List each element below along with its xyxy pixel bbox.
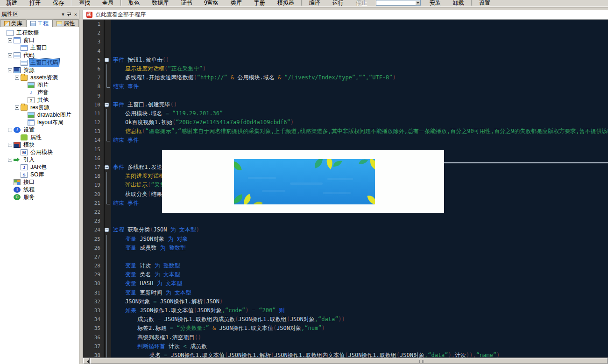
code-line[interactable]: 33如果 JSON操作1.取文本值(JSON对象,“code”) = “200”… bbox=[83, 306, 608, 315]
tree-item-SO库[interactable]: SSO库 bbox=[0, 171, 79, 178]
code-line[interactable]: 36高级列表框1.清空项目() bbox=[83, 333, 608, 342]
fold-collapse-icon[interactable] bbox=[104, 100, 111, 109]
code-line[interactable]: 38类名 = JSON操作1.取文本值(JSON操作1.解析(JSON操作1.取… bbox=[83, 351, 608, 357]
menu-item[interactable]: 安装 bbox=[424, 0, 447, 6]
tree-item-layout布局[interactable]: layout布局 bbox=[0, 119, 79, 126]
fold-collapse-icon[interactable] bbox=[104, 163, 111, 172]
code-line[interactable]: 9 bbox=[83, 91, 608, 100]
collapse-icon[interactable] bbox=[8, 68, 12, 72]
tree-item-属性[interactable]: 属性 bbox=[0, 133, 79, 141]
panel-pin-icon[interactable] bbox=[66, 12, 71, 16]
editor-header[interactable]: 函 点此查看全部子程序 bbox=[83, 10, 608, 20]
tree-item-代码[interactable]: 代码 bbox=[0, 51, 79, 59]
menu-item[interactable]: 保存 bbox=[47, 0, 70, 6]
code-line[interactable]: 4 bbox=[83, 47, 608, 56]
code-line[interactable]: 24过程 获取分类(JSON 为 文本型) bbox=[83, 225, 608, 234]
code-line[interactable]: 35标签2.标题 = “分类数量:” & JSON操作1.取文本值(JSON对象… bbox=[83, 324, 608, 333]
tree-item-工程数据[interactable]: 工程数据 bbox=[0, 29, 79, 36]
menu-item[interactable]: 取色 bbox=[122, 0, 146, 6]
menu-item[interactable]: 运行 bbox=[326, 0, 350, 6]
tree-item-设置[interactable]: i设置 bbox=[0, 126, 79, 133]
code-line[interactable]: 26变量 成员数 为 整数型 bbox=[83, 244, 608, 252]
menu-item[interactable]: 数据库 bbox=[146, 0, 175, 6]
code-line[interactable]: 5事件 按钮1.被单击() bbox=[83, 56, 608, 64]
code-line[interactable]: 32JSON对象 = JSON操作1.解析(JSON) bbox=[83, 297, 608, 306]
code-line[interactable]: 8结束 事件 bbox=[83, 82, 608, 91]
tree-item-声音[interactable]: ♪声音 bbox=[0, 89, 79, 96]
collapse-icon[interactable] bbox=[15, 76, 19, 80]
menu-item[interactable]: 类库 bbox=[225, 0, 248, 6]
tree-item-引入[interactable]: 引入 bbox=[0, 156, 79, 163]
tree-item-其他[interactable]: ?其他 bbox=[0, 96, 79, 104]
tree-item-模块[interactable]: 模块 bbox=[0, 141, 79, 148]
scroll-left-button[interactable] bbox=[83, 358, 90, 364]
tree-item-res资源[interactable]: res资源 bbox=[0, 104, 79, 111]
menu-item[interactable]: 编译 bbox=[303, 0, 326, 6]
code-line[interactable]: 6显示进度对话框(“正在采集中”) bbox=[83, 64, 608, 73]
tree-item-线程[interactable]: I线程 bbox=[0, 186, 79, 193]
collapse-icon[interactable] bbox=[8, 128, 12, 132]
scrollbar-thumb[interactable] bbox=[90, 358, 608, 364]
code-line[interactable]: 14结束 事件 bbox=[83, 136, 608, 145]
tree-item-JAR包[interactable]: JJAR包 bbox=[0, 163, 79, 171]
collapse-icon[interactable] bbox=[8, 38, 12, 42]
collapse-icon[interactable] bbox=[15, 105, 19, 110]
code-line[interactable]: 37判断循环首 计次 < 成员数 bbox=[83, 342, 608, 351]
code-line[interactable]: 7多线程1.开始发送网络数据(“http://” & 公用模块.域名 & “/L… bbox=[83, 73, 608, 82]
code-line[interactable]: 30变量 HASH 为 文本型 bbox=[83, 279, 608, 288]
tree-item-服务[interactable]: C服务 bbox=[0, 193, 79, 201]
collapse-icon[interactable] bbox=[8, 143, 12, 147]
tree-item-资源[interactable]: 资源 bbox=[0, 66, 79, 74]
tree-item-主窗口代码[interactable]: 主窗口代码 bbox=[0, 59, 79, 66]
collapse-icon[interactable] bbox=[8, 158, 12, 162]
fold-collapse-icon[interactable] bbox=[104, 225, 111, 234]
tab-工程[interactable]: 工程 bbox=[26, 19, 52, 27]
code-line[interactable]: 13信息框(“温馨提示”,“感谢来自于网名猎豹提供的采集对象,上千频道,线路渠道… bbox=[83, 127, 608, 136]
collapse-icon[interactable] bbox=[8, 53, 12, 57]
menu-item[interactable]: 卸载 bbox=[447, 0, 470, 6]
code-line[interactable]: 29变量 类名 为 文本型 bbox=[83, 270, 608, 279]
code-line[interactable]: 34成员数 = JSON操作1.取数组内成员数(JSON操作1.取数组(JSON… bbox=[83, 315, 608, 324]
line-number: 33 bbox=[83, 306, 104, 315]
horizontal-scrollbar[interactable] bbox=[83, 357, 608, 364]
menu-item[interactable]: 打开 bbox=[23, 0, 47, 6]
panel-close-icon[interactable]: × bbox=[72, 12, 79, 17]
tree-item-窗口[interactable]: 窗口 bbox=[0, 36, 79, 44]
chevron-down-icon[interactable] bbox=[415, 0, 420, 5]
tree-item-assets资源[interactable]: assets资源 bbox=[0, 74, 79, 81]
tree-item-图片[interactable]: 图片 bbox=[0, 81, 79, 89]
panel-splitter[interactable] bbox=[79, 10, 83, 364]
tree-item-公用模块[interactable]: M公用模块 bbox=[0, 148, 79, 156]
code-line[interactable]: 28变量 计次 为 整数型 bbox=[83, 261, 608, 270]
code-line[interactable]: 2 bbox=[83, 28, 608, 37]
code-line[interactable]: 3 bbox=[83, 37, 608, 46]
tree-item-主窗口[interactable]: 主窗口 bbox=[0, 44, 79, 51]
code-line[interactable]: 27 bbox=[83, 252, 608, 261]
tree-item-drawable图片[interactable]: drawable图片 bbox=[0, 111, 79, 119]
menu-item[interactable]: 查找 bbox=[73, 0, 96, 6]
library-icon bbox=[4, 21, 10, 26]
menu-item[interactable]: 模拟器 bbox=[271, 0, 300, 6]
menu-item[interactable]: 证书 bbox=[175, 0, 198, 6]
code-line[interactable]: 23 bbox=[83, 217, 608, 225]
res-icon bbox=[14, 67, 21, 73]
code-line[interactable]: 1 bbox=[83, 20, 608, 28]
layout-icon bbox=[28, 119, 35, 126]
code-line[interactable]: 12Ok百度视频1.初始(“208c7e7e114541a7a9fd0d4a10… bbox=[83, 118, 608, 127]
code-line[interactable]: 25变量 JSON对象 为 对象 bbox=[83, 235, 608, 244]
code-line[interactable]: 31变量 更新时间 为 文本型 bbox=[83, 288, 608, 297]
code-line[interactable]: 10事件 主窗口.创建完毕() bbox=[83, 100, 608, 109]
menu-item[interactable]: 手册 bbox=[248, 0, 271, 6]
menu-item[interactable]: 新建 bbox=[0, 0, 23, 6]
tree-item-接口[interactable]: 接口 bbox=[0, 178, 79, 186]
tab-类库[interactable]: 类库 bbox=[0, 19, 26, 27]
fold-collapse-icon[interactable] bbox=[104, 56, 111, 64]
menu-item[interactable]: 全局 bbox=[96, 0, 120, 6]
menu-item[interactable]: 设置 bbox=[473, 0, 496, 6]
target-device-combobox[interactable] bbox=[376, 0, 421, 6]
code-line[interactable]: 11公用模块.域名 = “119.29.201.36” bbox=[83, 109, 608, 118]
menu-item[interactable]: 9宫格 bbox=[198, 0, 225, 6]
tab-属性[interactable]: 属性 bbox=[53, 19, 79, 27]
panel-dropdown-icon[interactable]: ▼ bbox=[60, 12, 66, 17]
code-text: JSON对象 = JSON操作1.解析(JSON) bbox=[111, 297, 608, 306]
